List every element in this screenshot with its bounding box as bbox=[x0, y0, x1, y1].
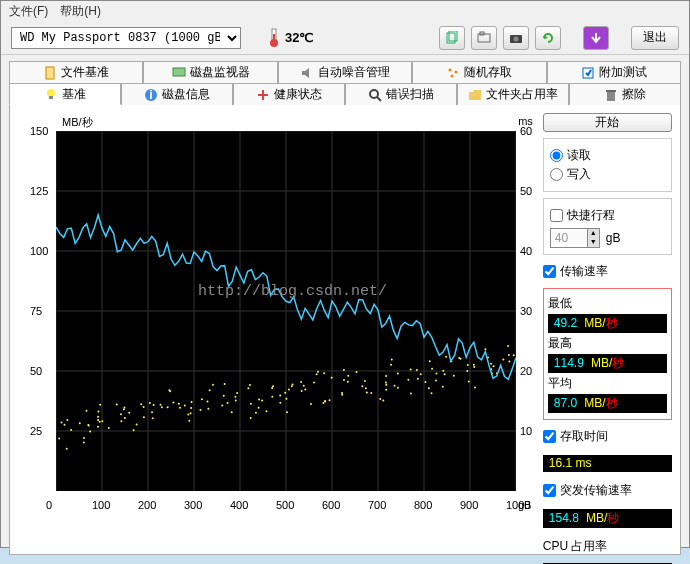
svg-point-58 bbox=[99, 421, 101, 423]
chart-area: MB/秒 ms http://blog.csdn.net/ 2550751001… bbox=[18, 113, 535, 523]
menu-file[interactable]: 文件(F) bbox=[9, 3, 48, 19]
svg-point-47 bbox=[66, 419, 68, 421]
svg-point-137 bbox=[322, 402, 324, 404]
y-tick-right: 60 bbox=[520, 125, 532, 137]
svg-point-49 bbox=[83, 437, 85, 439]
svg-point-77 bbox=[140, 403, 142, 405]
thermometer-icon bbox=[267, 28, 281, 48]
refresh-button[interactable] bbox=[535, 26, 561, 50]
spin-down[interactable]: ▼ bbox=[587, 238, 599, 247]
svg-point-189 bbox=[466, 370, 468, 372]
svg-point-102 bbox=[207, 408, 209, 410]
svg-point-125 bbox=[279, 394, 281, 396]
svg-point-129 bbox=[317, 371, 319, 373]
svg-point-91 bbox=[201, 398, 203, 400]
bulb-icon bbox=[44, 87, 58, 101]
svg-point-167 bbox=[394, 385, 396, 387]
x-tick: 100 bbox=[92, 499, 110, 511]
tab-benchmark[interactable]: 基准 bbox=[9, 83, 121, 105]
burst-checkbox[interactable] bbox=[543, 484, 556, 497]
health-icon bbox=[256, 88, 270, 102]
svg-point-200 bbox=[508, 354, 510, 356]
svg-point-123 bbox=[279, 402, 281, 404]
temperature-display: 32℃ bbox=[267, 28, 314, 48]
transfer-checkbox[interactable] bbox=[543, 265, 556, 278]
menu-help[interactable]: 帮助(H) bbox=[60, 3, 101, 19]
min-label: 最低 bbox=[548, 295, 667, 312]
svg-point-114 bbox=[271, 396, 273, 398]
x-tick: 900 bbox=[460, 499, 478, 511]
svg-point-171 bbox=[431, 368, 433, 370]
quick-value[interactable] bbox=[551, 231, 587, 245]
svg-point-175 bbox=[429, 360, 431, 362]
content-panel: MB/秒 ms http://blog.csdn.net/ 2550751001… bbox=[9, 105, 681, 555]
spin-up[interactable]: ▲ bbox=[587, 229, 599, 238]
svg-point-163 bbox=[397, 387, 399, 389]
svg-point-59 bbox=[97, 419, 99, 421]
svg-point-141 bbox=[331, 377, 333, 379]
y-tick-right: 10 bbox=[520, 425, 532, 437]
x-tick: 700 bbox=[368, 499, 386, 511]
svg-point-152 bbox=[385, 389, 387, 391]
svg-point-133 bbox=[300, 381, 302, 383]
tab-file-benchmark[interactable]: 文件基准 bbox=[9, 61, 143, 83]
svg-rect-22 bbox=[606, 90, 616, 92]
svg-point-63 bbox=[99, 404, 101, 406]
svg-point-122 bbox=[288, 389, 290, 391]
tab-aam[interactable]: 自动噪音管理 bbox=[278, 61, 412, 83]
svg-point-92 bbox=[184, 404, 186, 406]
svg-point-164 bbox=[407, 379, 409, 381]
tab-error-scan[interactable]: 错误扫描 bbox=[345, 83, 457, 105]
svg-point-169 bbox=[417, 378, 419, 380]
svg-point-179 bbox=[442, 386, 444, 388]
svg-rect-2 bbox=[273, 34, 275, 43]
tab-folder-usage[interactable]: 文件夹占用率 bbox=[457, 83, 569, 105]
svg-line-20 bbox=[377, 97, 381, 101]
tab-erase[interactable]: 擦除 bbox=[569, 83, 681, 105]
svg-point-108 bbox=[234, 396, 236, 398]
tab-health[interactable]: 健康状态 bbox=[233, 83, 345, 105]
svg-point-176 bbox=[435, 379, 437, 381]
svg-point-8 bbox=[514, 36, 519, 41]
tab-random-access[interactable]: 随机存取 bbox=[412, 61, 546, 83]
svg-point-149 bbox=[364, 380, 366, 382]
drive-select[interactable]: WD My Passport 0837 (1000 gB, bbox=[11, 27, 241, 49]
read-radio[interactable] bbox=[550, 149, 563, 162]
svg-point-157 bbox=[366, 392, 368, 394]
svg-point-85 bbox=[169, 390, 171, 392]
screenshot-button[interactable] bbox=[471, 26, 497, 50]
copy-button[interactable] bbox=[439, 26, 465, 50]
tab-disk-info[interactable]: i磁盘信息 bbox=[121, 83, 233, 105]
y-unit-left: MB/秒 bbox=[62, 115, 93, 130]
access-checkbox[interactable] bbox=[543, 430, 556, 443]
document-icon bbox=[43, 66, 57, 80]
extra-icon bbox=[581, 66, 595, 80]
tab-row-2: 基准 i磁盘信息 健康状态 错误扫描 文件夹占用率 擦除 bbox=[9, 83, 681, 105]
svg-point-154 bbox=[379, 398, 381, 400]
quick-checkbox[interactable] bbox=[550, 209, 563, 222]
down-arrow-button[interactable] bbox=[583, 26, 609, 50]
quick-spinner[interactable]: ▲▼ bbox=[550, 228, 600, 248]
svg-point-100 bbox=[212, 384, 214, 386]
svg-point-191 bbox=[458, 357, 460, 359]
x-tick: 200 bbox=[138, 499, 156, 511]
svg-point-120 bbox=[286, 411, 288, 413]
svg-point-166 bbox=[410, 392, 412, 394]
svg-point-112 bbox=[272, 385, 274, 387]
start-button[interactable]: 开始 bbox=[543, 113, 672, 132]
exit-button[interactable]: 退出 bbox=[631, 26, 679, 50]
svg-point-56 bbox=[101, 420, 103, 422]
svg-point-161 bbox=[397, 372, 399, 374]
svg-point-143 bbox=[341, 394, 343, 396]
write-radio[interactable] bbox=[550, 168, 563, 181]
svg-point-138 bbox=[329, 399, 331, 401]
tab-disk-monitor[interactable]: 磁盘监视器 bbox=[143, 61, 277, 83]
svg-rect-9 bbox=[46, 67, 54, 79]
svg-point-135 bbox=[313, 382, 315, 384]
svg-point-136 bbox=[323, 372, 325, 374]
tab-extra-tests[interactable]: 附加测试 bbox=[547, 61, 681, 83]
svg-point-128 bbox=[303, 385, 305, 387]
camera-button[interactable] bbox=[503, 26, 529, 50]
trash-icon bbox=[604, 88, 618, 102]
svg-point-117 bbox=[258, 407, 260, 409]
